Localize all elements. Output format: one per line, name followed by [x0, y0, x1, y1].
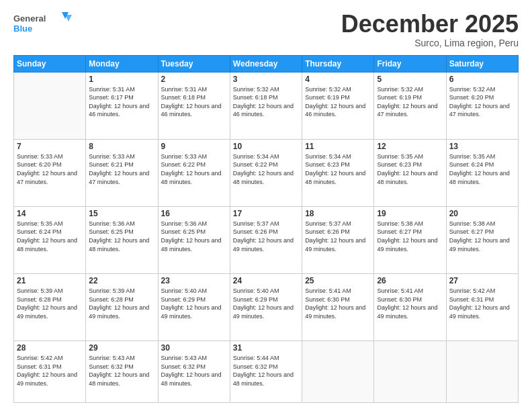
- day-info: Sunrise: 5:41 AMSunset: 6:30 PMDaylight:…: [305, 287, 371, 320]
- week-row-5: 28Sunrise: 5:42 AMSunset: 6:31 PMDayligh…: [14, 341, 519, 403]
- calendar-cell: 5Sunrise: 5:32 AMSunset: 6:19 PMDaylight…: [374, 72, 446, 139]
- calendar-cell: 23Sunrise: 5:40 AMSunset: 6:29 PMDayligh…: [158, 273, 230, 340]
- day-info: Sunrise: 5:41 AMSunset: 6:30 PMDaylight:…: [377, 287, 443, 320]
- day-number: 1: [89, 75, 154, 84]
- day-info: Sunrise: 5:35 AMSunset: 6:24 PMDaylight:…: [449, 152, 515, 186]
- day-info: Sunrise: 5:34 AMSunset: 6:22 PMDaylight:…: [233, 152, 299, 186]
- header: General Blue December 2025 Surco, Lima r…: [13, 11, 519, 48]
- day-number: 18: [305, 209, 371, 218]
- day-info: Sunrise: 5:43 AMSunset: 6:32 PMDaylight:…: [161, 354, 227, 387]
- day-info: Sunrise: 5:37 AMSunset: 6:26 PMDaylight:…: [305, 220, 371, 253]
- day-number: 29: [89, 343, 154, 353]
- calendar-cell: [14, 72, 86, 139]
- day-number: 16: [161, 209, 227, 218]
- day-number: 6: [449, 75, 515, 84]
- day-info: Sunrise: 5:31 AMSunset: 6:18 PMDaylight:…: [161, 85, 227, 119]
- calendar-cell: 27Sunrise: 5:42 AMSunset: 6:31 PMDayligh…: [446, 273, 518, 340]
- weekday-monday: Monday: [86, 55, 158, 72]
- calendar-cell: 14Sunrise: 5:35 AMSunset: 6:24 PMDayligh…: [14, 206, 86, 273]
- calendar-cell: 15Sunrise: 5:36 AMSunset: 6:25 PMDayligh…: [86, 206, 158, 273]
- weekday-wednesday: Wednesday: [230, 55, 302, 72]
- calendar-table: SundayMondayTuesdayWednesdayThursdayFrid…: [13, 55, 519, 403]
- day-info: Sunrise: 5:32 AMSunset: 6:20 PMDaylight:…: [449, 85, 515, 119]
- day-number: 17: [233, 209, 299, 218]
- day-number: 7: [17, 142, 83, 151]
- svg-marker-3: [65, 15, 72, 21]
- weekday-header-row: SundayMondayTuesdayWednesdayThursdayFrid…: [14, 55, 519, 72]
- day-info: Sunrise: 5:32 AMSunset: 6:19 PMDaylight:…: [377, 85, 443, 119]
- calendar-cell: 21Sunrise: 5:39 AMSunset: 6:28 PMDayligh…: [14, 273, 86, 340]
- calendar-cell: [374, 341, 446, 403]
- week-row-1: 1Sunrise: 5:31 AMSunset: 6:17 PMDaylight…: [14, 72, 519, 139]
- weekday-sunday: Sunday: [14, 55, 86, 72]
- day-info: Sunrise: 5:32 AMSunset: 6:18 PMDaylight:…: [233, 85, 299, 119]
- calendar-cell: 13Sunrise: 5:35 AMSunset: 6:24 PMDayligh…: [446, 139, 518, 206]
- week-row-2: 7Sunrise: 5:33 AMSunset: 6:20 PMDaylight…: [14, 139, 519, 206]
- day-info: Sunrise: 5:33 AMSunset: 6:21 PMDaylight:…: [89, 152, 154, 186]
- logo-svg: General Blue: [13, 11, 74, 36]
- calendar-cell: 10Sunrise: 5:34 AMSunset: 6:22 PMDayligh…: [230, 139, 302, 206]
- day-info: Sunrise: 5:38 AMSunset: 6:27 PMDaylight:…: [449, 220, 515, 253]
- month-title: December 2025: [341, 11, 519, 38]
- day-number: 26: [377, 276, 443, 285]
- weekday-friday: Friday: [374, 55, 446, 72]
- day-number: 12: [377, 142, 443, 151]
- day-number: 15: [89, 209, 154, 218]
- calendar-cell: 7Sunrise: 5:33 AMSunset: 6:20 PMDaylight…: [14, 139, 86, 206]
- calendar-cell: 25Sunrise: 5:41 AMSunset: 6:30 PMDayligh…: [302, 273, 374, 340]
- day-info: Sunrise: 5:37 AMSunset: 6:26 PMDaylight:…: [233, 220, 299, 253]
- day-number: 4: [305, 75, 371, 84]
- day-info: Sunrise: 5:42 AMSunset: 6:31 PMDaylight:…: [449, 287, 515, 320]
- calendar-cell: 3Sunrise: 5:32 AMSunset: 6:18 PMDaylight…: [230, 72, 302, 139]
- week-row-3: 14Sunrise: 5:35 AMSunset: 6:24 PMDayligh…: [14, 206, 519, 273]
- day-info: Sunrise: 5:43 AMSunset: 6:32 PMDaylight:…: [89, 354, 154, 387]
- calendar-cell: 6Sunrise: 5:32 AMSunset: 6:20 PMDaylight…: [446, 72, 518, 139]
- location: Surco, Lima region, Peru: [341, 38, 519, 48]
- day-info: Sunrise: 5:35 AMSunset: 6:23 PMDaylight:…: [377, 152, 443, 186]
- weekday-saturday: Saturday: [446, 55, 518, 72]
- day-info: Sunrise: 5:31 AMSunset: 6:17 PMDaylight:…: [89, 85, 154, 119]
- day-number: 25: [305, 276, 371, 285]
- day-info: Sunrise: 5:42 AMSunset: 6:31 PMDaylight:…: [17, 354, 83, 387]
- day-info: Sunrise: 5:39 AMSunset: 6:28 PMDaylight:…: [89, 287, 154, 320]
- day-number: 13: [449, 142, 515, 151]
- calendar-cell: 18Sunrise: 5:37 AMSunset: 6:26 PMDayligh…: [302, 206, 374, 273]
- day-number: 8: [89, 142, 154, 151]
- day-number: 5: [377, 75, 443, 84]
- day-info: Sunrise: 5:40 AMSunset: 6:29 PMDaylight:…: [161, 287, 227, 320]
- day-info: Sunrise: 5:33 AMSunset: 6:22 PMDaylight:…: [161, 152, 227, 186]
- calendar-cell: 26Sunrise: 5:41 AMSunset: 6:30 PMDayligh…: [374, 273, 446, 340]
- day-info: Sunrise: 5:32 AMSunset: 6:19 PMDaylight:…: [305, 85, 371, 119]
- day-info: Sunrise: 5:38 AMSunset: 6:27 PMDaylight:…: [377, 220, 443, 253]
- calendar-cell: 17Sunrise: 5:37 AMSunset: 6:26 PMDayligh…: [230, 206, 302, 273]
- day-info: Sunrise: 5:35 AMSunset: 6:24 PMDaylight:…: [17, 220, 83, 253]
- day-number: 9: [161, 142, 227, 151]
- calendar-cell: 12Sunrise: 5:35 AMSunset: 6:23 PMDayligh…: [374, 139, 446, 206]
- day-number: 11: [305, 142, 371, 151]
- day-number: 28: [17, 343, 83, 353]
- day-info: Sunrise: 5:39 AMSunset: 6:28 PMDaylight:…: [17, 287, 83, 320]
- calendar-cell: 29Sunrise: 5:43 AMSunset: 6:32 PMDayligh…: [86, 341, 158, 403]
- title-block: December 2025 Surco, Lima region, Peru: [341, 11, 519, 48]
- day-number: 20: [449, 209, 515, 218]
- svg-text:General: General: [13, 13, 46, 24]
- day-number: 19: [377, 209, 443, 218]
- logo: General Blue: [13, 11, 74, 36]
- calendar-cell: [446, 341, 518, 403]
- svg-text:Blue: Blue: [13, 24, 32, 34]
- weekday-thursday: Thursday: [302, 55, 374, 72]
- day-info: Sunrise: 5:40 AMSunset: 6:29 PMDaylight:…: [233, 287, 299, 320]
- day-number: 23: [161, 276, 227, 285]
- calendar-cell: 11Sunrise: 5:34 AMSunset: 6:23 PMDayligh…: [302, 139, 374, 206]
- calendar-cell: 24Sunrise: 5:40 AMSunset: 6:29 PMDayligh…: [230, 273, 302, 340]
- week-row-4: 21Sunrise: 5:39 AMSunset: 6:28 PMDayligh…: [14, 273, 519, 340]
- calendar-cell: 31Sunrise: 5:44 AMSunset: 6:32 PMDayligh…: [230, 341, 302, 403]
- calendar-cell: 2Sunrise: 5:31 AMSunset: 6:18 PMDaylight…: [158, 72, 230, 139]
- calendar-cell: 9Sunrise: 5:33 AMSunset: 6:22 PMDaylight…: [158, 139, 230, 206]
- calendar-cell: 4Sunrise: 5:32 AMSunset: 6:19 PMDaylight…: [302, 72, 374, 139]
- day-info: Sunrise: 5:36 AMSunset: 6:25 PMDaylight:…: [89, 220, 154, 253]
- calendar-body: 1Sunrise: 5:31 AMSunset: 6:17 PMDaylight…: [14, 72, 519, 402]
- day-number: 3: [233, 75, 299, 84]
- calendar-cell: 28Sunrise: 5:42 AMSunset: 6:31 PMDayligh…: [14, 341, 86, 403]
- calendar-cell: 19Sunrise: 5:38 AMSunset: 6:27 PMDayligh…: [374, 206, 446, 273]
